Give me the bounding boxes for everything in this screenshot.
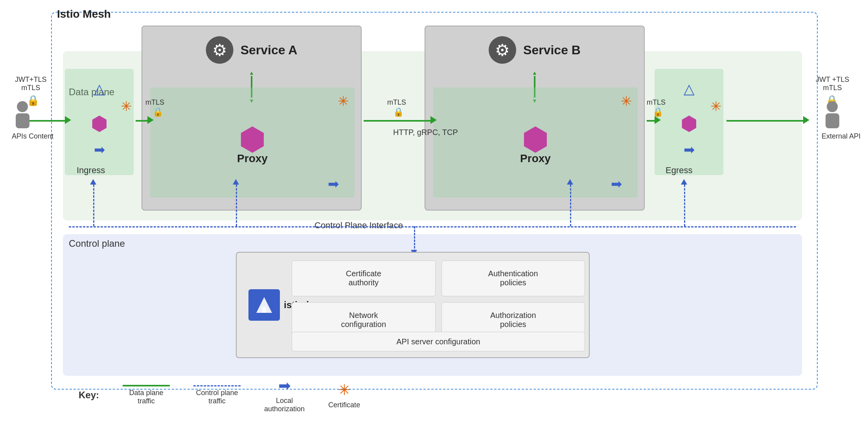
control-plane-label: Control plane	[69, 238, 125, 249]
key-cp-label: Control planetraffic	[196, 389, 238, 405]
key-section: Key: Data planetraffic Control planetraf…	[79, 377, 360, 413]
egress-hex-icon: ⬢	[680, 113, 698, 135]
ingress-starburst-icon: ✳	[121, 99, 132, 114]
proxy-b-starburst-icon: ✳	[621, 94, 632, 109]
proxy-b-hex-icon: ⬢	[522, 122, 549, 157]
key-label: Key:	[79, 390, 99, 401]
arrow-to-ingress	[65, 116, 71, 124]
flow-line-a-to-b	[364, 120, 432, 122]
jwt-right-label: JWT +TLS mTLS	[816, 76, 849, 92]
service-b-box: ⚙ Service B ▲ ▼ ⬢ Proxy ✳ ➡	[425, 26, 645, 211]
service-a-up-arrow: ▲	[249, 70, 254, 76]
egress-label: Egress	[666, 165, 692, 176]
key-data-plane-label: Data planetraffic	[129, 389, 163, 405]
svg-rect-1	[16, 113, 29, 128]
key-local-auth-icon: ➡	[278, 377, 291, 394]
flow-line-right	[726, 120, 805, 122]
service-b-up-arrow: ▲	[532, 70, 537, 76]
cp-interface-line	[69, 226, 796, 227]
api-server-label: API server configuration	[396, 337, 480, 346]
key-data-plane: Data planetraffic	[123, 385, 170, 405]
proxy-b-inner-box: ⬢ Proxy ✳ ➡	[433, 87, 638, 198]
left-person: APIs Content	[12, 100, 53, 140]
svg-rect-3	[826, 113, 839, 128]
cp-interface-label: Control Plane Interface	[314, 220, 403, 231]
ingress-box: △ ⬢ ➡ ✳	[65, 69, 134, 175]
arrow-to-proxya	[147, 116, 154, 124]
proxy-b-local-auth-icon: ➡	[611, 176, 622, 191]
mtls-label-3: mTLS	[647, 98, 666, 107]
service-a-gear-icon: ⚙	[212, 41, 227, 60]
apis-content-label: APIs Content	[12, 132, 53, 140]
key-certificate-icon: ✳	[338, 381, 351, 399]
proxy-a-inner-box: ⬢ Proxy ✳ ➡	[150, 87, 355, 198]
istiod-features-grid: Certificateauthority Authenticationpolic…	[292, 261, 585, 338]
lock-2: 🔒	[393, 107, 404, 117]
service-b-gear-icon: ⚙	[495, 41, 510, 60]
proxy-a-hex-icon: ⬢	[239, 122, 266, 157]
ingress-local-auth-icon: ➡	[94, 142, 105, 157]
cp-arrow-proxya	[236, 181, 237, 226]
lock-1: 🔒	[153, 107, 163, 117]
diagram-container: Istio Mesh Data plane Control plane △ ⬢ …	[0, 0, 868, 425]
istio-mesh-label: Istio Mesh	[57, 8, 111, 20]
ingress-hex-icon: ⬢	[91, 113, 108, 135]
istiod-box: istiod Certificateauthority Authenticati…	[236, 252, 590, 358]
proxy-a-label: Proxy	[237, 152, 268, 165]
key-certificate: ✳ Certificate	[328, 381, 360, 409]
ingress-triangle-icon: △	[94, 81, 105, 97]
lock-3: 🔒	[653, 107, 663, 117]
mtls-label-2: mTLS	[387, 98, 406, 107]
cp-arrow-ingress-head	[90, 179, 96, 185]
cp-arrow-egress-head	[681, 179, 687, 185]
cp-arrow-egress	[684, 181, 685, 226]
svg-point-0	[17, 101, 28, 112]
cp-arrow-ingress	[93, 181, 94, 226]
external-api-label: External API	[822, 132, 861, 140]
proxy-a-local-auth-icon: ➡	[328, 176, 339, 191]
proxy-a-starburst-icon: ✳	[338, 94, 349, 109]
egress-starburst-icon: ✳	[710, 99, 721, 114]
right-person: External API	[822, 100, 861, 140]
feature-cert-authority: Certificateauthority	[292, 261, 436, 296]
key-cp-line	[193, 385, 241, 386]
svg-point-2	[827, 101, 838, 112]
proxy-b-label: Proxy	[520, 152, 551, 165]
arrow-to-egress	[655, 116, 661, 124]
jwt-left-label: JWT+TLS mTLS	[15, 76, 47, 92]
http-grpc-tcp-label: HTTP, gRPC, TCP	[393, 128, 458, 137]
service-a-box: ⚙ Service A ▲ ▼ ⬢ Proxy ✳ ➡	[142, 26, 362, 211]
arrow-to-right-person	[803, 116, 809, 124]
egress-triangle-icon: △	[684, 81, 695, 97]
arrow-to-proxyb	[430, 116, 437, 124]
cp-arrow-proxyb	[570, 181, 571, 226]
ingress-label: Ingress	[77, 165, 105, 176]
key-local-auth-label: Localauthorization	[264, 397, 305, 413]
cp-arrow-proxyb-head	[567, 179, 573, 185]
key-control-plane: Control planetraffic	[193, 385, 241, 405]
key-data-plane-line	[123, 385, 170, 386]
egress-local-auth-icon: ➡	[684, 142, 695, 157]
cp-arrow-istiod-down	[414, 226, 415, 252]
egress-box: △ ⬢ ➡ ✳	[655, 69, 723, 175]
svg-rect-5	[262, 307, 266, 313]
feature-auth-policies: Authenticationpolicies	[441, 261, 585, 296]
mtls-label-1: mTLS	[145, 98, 164, 107]
cp-arrow-proxya-head	[233, 179, 239, 185]
key-certificate-label: Certificate	[328, 401, 360, 409]
istiod-logo	[248, 289, 280, 321]
key-local-auth: ➡ Localauthorization	[264, 377, 305, 413]
service-b-label: Service B	[523, 43, 581, 57]
service-a-label: Service A	[241, 43, 298, 57]
api-server-config-box: API server configuration	[292, 332, 585, 351]
